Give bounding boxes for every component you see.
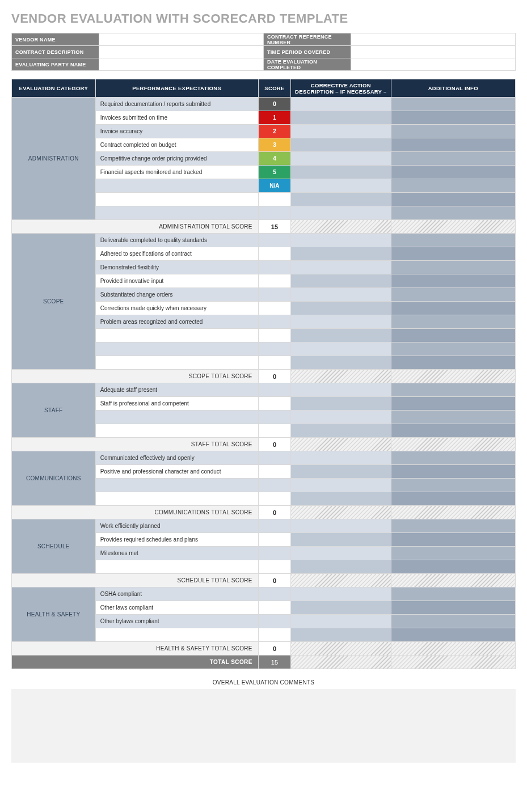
score-cell[interactable] [258, 615, 290, 628]
additional-cell[interactable] [391, 411, 515, 424]
score-cell[interactable] [258, 261, 290, 274]
performance-cell[interactable]: Work efficiently planned [95, 519, 258, 533]
score-cell[interactable]: 5 [258, 166, 290, 179]
performance-cell[interactable]: Adequate staff present [95, 383, 258, 397]
performance-cell[interactable]: Demonstrated flexibility [95, 261, 258, 274]
score-cell[interactable]: 2 [258, 125, 290, 138]
additional-cell[interactable] [391, 615, 515, 628]
additional-cell[interactable] [391, 111, 515, 125]
corrective-cell[interactable] [291, 411, 391, 424]
additional-cell[interactable] [391, 519, 515, 533]
score-cell[interactable]: 4 [258, 152, 290, 166]
score-cell[interactable] [258, 329, 290, 342]
corrective-cell[interactable] [291, 519, 391, 533]
corrective-cell[interactable] [291, 152, 391, 166]
score-cell[interactable] [258, 424, 290, 438]
additional-cell[interactable] [391, 533, 515, 547]
additional-cell[interactable] [391, 247, 515, 261]
additional-cell[interactable] [391, 315, 515, 329]
score-cell[interactable] [258, 560, 290, 574]
corrective-cell[interactable] [291, 261, 391, 274]
performance-cell[interactable]: Other laws compliant [95, 601, 258, 615]
score-cell[interactable]: 0 [258, 98, 290, 111]
additional-cell[interactable] [391, 152, 515, 166]
info-value[interactable] [99, 33, 263, 46]
performance-cell[interactable] [95, 342, 258, 356]
corrective-cell[interactable] [291, 111, 391, 125]
corrective-cell[interactable] [291, 342, 391, 356]
corrective-cell[interactable] [291, 560, 391, 574]
additional-cell[interactable] [391, 356, 515, 370]
score-cell[interactable] [258, 628, 290, 642]
additional-cell[interactable] [391, 125, 515, 138]
performance-cell[interactable] [95, 628, 258, 642]
corrective-cell[interactable] [291, 302, 391, 315]
additional-cell[interactable] [391, 628, 515, 642]
corrective-cell[interactable] [291, 424, 391, 438]
performance-cell[interactable] [95, 329, 258, 342]
score-cell[interactable] [258, 315, 290, 329]
score-cell[interactable] [258, 547, 290, 560]
performance-cell[interactable]: Deliverable completed to quality standar… [95, 234, 258, 247]
performance-cell[interactable]: Staff is professional and competent [95, 397, 258, 411]
corrective-cell[interactable] [291, 125, 391, 138]
additional-cell[interactable] [391, 329, 515, 342]
info-value[interactable] [351, 33, 515, 46]
corrective-cell[interactable] [291, 465, 391, 479]
additional-cell[interactable] [391, 342, 515, 356]
performance-cell[interactable]: Adhered to specifications of contract [95, 247, 258, 261]
score-cell[interactable] [258, 519, 290, 533]
additional-cell[interactable] [391, 492, 515, 506]
corrective-cell[interactable] [291, 547, 391, 560]
performance-cell[interactable]: Financial aspects monitored and tracked [95, 166, 258, 179]
additional-cell[interactable] [391, 601, 515, 615]
info-value[interactable] [99, 46, 263, 58]
additional-cell[interactable] [391, 98, 515, 111]
corrective-cell[interactable] [291, 193, 391, 206]
performance-cell[interactable] [95, 411, 258, 424]
performance-cell[interactable] [95, 356, 258, 370]
corrective-cell[interactable] [291, 587, 391, 601]
score-cell[interactable] [258, 411, 290, 424]
corrective-cell[interactable] [291, 601, 391, 615]
corrective-cell[interactable] [291, 492, 391, 506]
corrective-cell[interactable] [291, 274, 391, 288]
corrective-cell[interactable] [291, 166, 391, 179]
additional-cell[interactable] [391, 274, 515, 288]
additional-cell[interactable] [391, 138, 515, 152]
additional-cell[interactable] [391, 560, 515, 574]
corrective-cell[interactable] [291, 329, 391, 342]
score-cell[interactable] [258, 479, 290, 492]
additional-cell[interactable] [391, 261, 515, 274]
performance-cell[interactable]: Provided innovative input [95, 274, 258, 288]
additional-cell[interactable] [391, 179, 515, 193]
additional-cell[interactable] [391, 302, 515, 315]
performance-cell[interactable] [95, 479, 258, 492]
performance-cell[interactable] [95, 179, 258, 193]
score-cell[interactable] [258, 601, 290, 615]
score-cell[interactable] [258, 587, 290, 601]
performance-cell[interactable]: Contract completed on budget [95, 138, 258, 152]
corrective-cell[interactable] [291, 179, 391, 193]
score-cell[interactable] [258, 342, 290, 356]
additional-cell[interactable] [391, 547, 515, 560]
performance-cell[interactable] [95, 193, 258, 206]
performance-cell[interactable]: OSHA compliant [95, 587, 258, 601]
additional-cell[interactable] [391, 166, 515, 179]
info-value[interactable] [351, 46, 515, 58]
performance-cell[interactable]: Competitive change order pricing provide… [95, 152, 258, 166]
performance-cell[interactable]: Communicated effectively and openly [95, 451, 258, 465]
comments-box[interactable] [11, 689, 516, 763]
score-cell[interactable] [258, 193, 290, 206]
additional-cell[interactable] [391, 383, 515, 397]
score-cell[interactable] [258, 302, 290, 315]
corrective-cell[interactable] [291, 234, 391, 247]
score-cell[interactable]: 1 [258, 111, 290, 125]
corrective-cell[interactable] [291, 288, 391, 302]
corrective-cell[interactable] [291, 206, 391, 220]
score-cell[interactable] [258, 274, 290, 288]
additional-cell[interactable] [391, 234, 515, 247]
corrective-cell[interactable] [291, 247, 391, 261]
additional-cell[interactable] [391, 288, 515, 302]
corrective-cell[interactable] [291, 615, 391, 628]
